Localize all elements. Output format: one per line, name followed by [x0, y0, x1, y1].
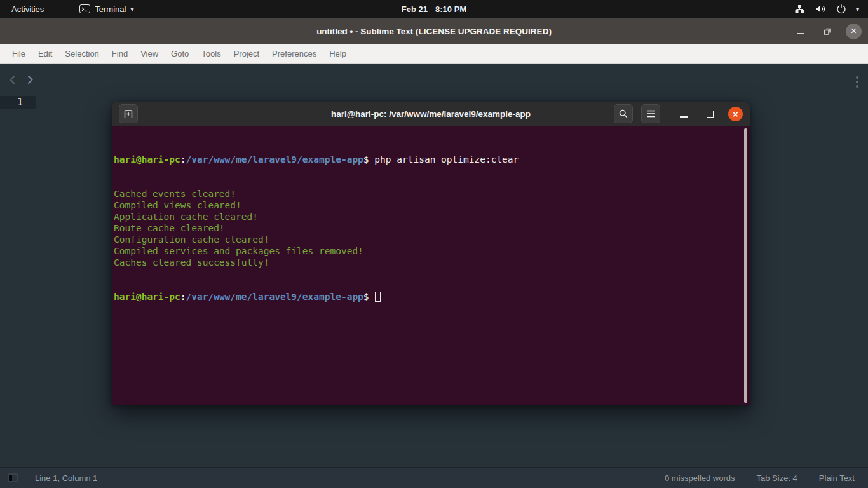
- terminal-output-line: Compiled services and packages files rem…: [114, 245, 741, 257]
- clock[interactable]: Feb 21 8:10 PM: [402, 0, 466, 18]
- line-number: 1: [17, 97, 23, 108]
- nav-back-icon[interactable]: [8, 74, 17, 85]
- terminal-output-lines: Cached events cleared!Compiled views cle…: [114, 188, 741, 268]
- app-menu-terminal[interactable]: Terminal ▾: [73, 0, 140, 18]
- sublime-menubar: FileEditSelectionFindViewGotoToolsProjec…: [0, 44, 868, 64]
- clock-date: Feb 21: [402, 4, 428, 14]
- terminal-command: php artisan optimize:clear: [374, 154, 519, 165]
- new-tab-button[interactable]: [119, 104, 138, 123]
- menu-item[interactable]: Goto: [165, 44, 195, 63]
- terminal-header[interactable]: hari@hari-pc: /var/www/me/laravel9/examp…: [112, 102, 750, 126]
- network-icon: [794, 4, 805, 14]
- sublime-titlebar[interactable]: untitled • - Sublime Text (LICENSE UPGRA…: [0, 18, 868, 44]
- prompt-path: /var/www/me/laravel9/example-app: [186, 292, 363, 302]
- menu-item[interactable]: Preferences: [266, 44, 323, 63]
- terminal-output[interactable]: hari@hari-pc:/var/www/me/laravel9/exampl…: [112, 126, 750, 405]
- menu-item[interactable]: Find: [105, 44, 134, 63]
- clock-time: 8:10 PM: [435, 4, 466, 14]
- activities-button[interactable]: Activities: [0, 0, 55, 18]
- sublime-close-button[interactable]: ×: [846, 24, 862, 39]
- prompt-path: /var/www/me/laravel9/example-app: [186, 154, 363, 165]
- terminal-close-button[interactable]: ×: [728, 107, 743, 121]
- menu-item[interactable]: Help: [323, 44, 353, 63]
- hamburger-menu-icon: [646, 110, 656, 118]
- terminal-search-button[interactable]: [614, 104, 633, 123]
- power-icon: [836, 4, 846, 14]
- terminal-prompt-line: hari@hari-pc:/var/www/me/laravel9/exampl…: [114, 154, 741, 165]
- restore-icon: [822, 26, 832, 36]
- menu-item[interactable]: Project: [227, 44, 266, 63]
- terminal-scrollbar[interactable]: [744, 128, 747, 403]
- close-icon: ×: [851, 26, 857, 36]
- tray-chevron-down-icon: ▾: [856, 6, 859, 13]
- current-line-gutter-highlight: 1: [0, 96, 36, 109]
- terminal-window: hari@hari-pc: /var/www/me/laravel9/examp…: [112, 102, 750, 405]
- sublime-restore-button[interactable]: [819, 23, 836, 39]
- tab-size-status[interactable]: Tab Size: 4: [757, 473, 797, 483]
- caret-position: Line 1, Column 1: [35, 473, 97, 483]
- terminal-maximize-button[interactable]: [703, 111, 716, 118]
- maximize-icon: [707, 111, 714, 118]
- menu-item[interactable]: File: [6, 44, 32, 63]
- app-menu-label: Terminal: [95, 4, 126, 14]
- prompt-user-host: hari@hari-pc: [114, 292, 180, 302]
- terminal-output-line: Application cache cleared!: [114, 211, 741, 222]
- terminal-output-line: Cached events cleared!: [114, 188, 741, 200]
- system-tray[interactable]: ▾: [794, 0, 868, 18]
- minimize-icon: [680, 116, 688, 118]
- menu-item[interactable]: View: [134, 44, 165, 63]
- sublime-window-title: untitled • - Sublime Text (LICENSE UPGRA…: [316, 27, 552, 36]
- nav-forward-icon[interactable]: [25, 74, 35, 85]
- spell-check-status[interactable]: 0 misspelled words: [665, 473, 735, 483]
- terminal-menu-button[interactable]: [641, 104, 660, 123]
- menu-item[interactable]: Tools: [195, 44, 227, 63]
- minimize-icon: [797, 33, 804, 34]
- sidebar-toggle-icon[interactable]: [8, 473, 18, 482]
- sublime-statusbar: Line 1, Column 1 0 misspelled words Tab …: [0, 467, 868, 488]
- search-icon: [618, 109, 628, 119]
- terminal-cursor: [375, 292, 381, 302]
- terminal-output-line: Configuration cache cleared!: [114, 234, 741, 245]
- editor-overflow-menu-icon[interactable]: [856, 76, 858, 88]
- new-tab-icon: [123, 109, 133, 118]
- prompt-user-host: hari@hari-pc: [114, 154, 180, 165]
- menu-item[interactable]: Edit: [32, 44, 58, 63]
- terminal-prompt-line: hari@hari-pc:/var/www/me/laravel9/exampl…: [114, 291, 741, 302]
- terminal-output-line: Caches cleared successfully!: [114, 257, 741, 268]
- gnome-top-bar: Activities Terminal ▾ Feb 21 8:10 PM: [0, 0, 868, 18]
- terminal-app-icon: [79, 4, 90, 13]
- close-icon: ×: [733, 109, 738, 119]
- volume-icon: [815, 4, 827, 14]
- menu-item[interactable]: Selection: [58, 44, 105, 63]
- terminal-output-line: Compiled views cleared!: [114, 200, 741, 211]
- syntax-status[interactable]: Plain Text: [819, 473, 855, 483]
- app-menu-caret-icon: ▾: [130, 6, 133, 13]
- terminal-output-line: Route cache cleared!: [114, 222, 741, 234]
- terminal-minimize-button[interactable]: [677, 111, 690, 118]
- sublime-minimize-button[interactable]: [792, 23, 809, 39]
